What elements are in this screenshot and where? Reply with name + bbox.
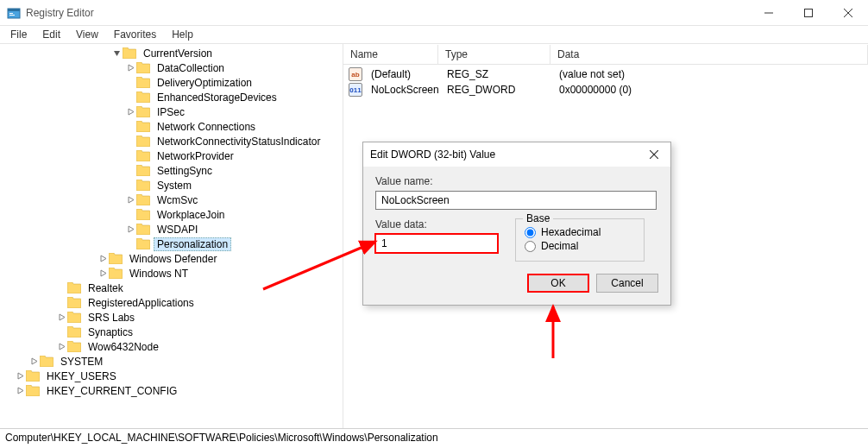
tree-item-label: System xyxy=(154,179,195,192)
tree-item-label: IPSec xyxy=(154,105,188,119)
tree-item[interactable]: SettingSync xyxy=(0,163,343,178)
tree-item[interactable]: Windows Defender xyxy=(0,251,343,266)
edit-dword-dialog: Edit DWORD (32-bit) Value Value name: Va… xyxy=(362,142,671,306)
value-data-field[interactable] xyxy=(375,234,498,253)
minimize-button[interactable] xyxy=(749,0,789,26)
tree-item[interactable]: IPSec xyxy=(0,104,343,119)
col-header-name[interactable]: Name xyxy=(343,45,438,64)
list-row[interactable]: 011NoLockScreenREG_DWORD0x00000000 (0) xyxy=(343,82,868,98)
base-group: Base Hexadecimal Decimal xyxy=(515,218,645,262)
tree-item[interactable]: SYSTEM xyxy=(0,354,343,369)
tree-item-label: WcmSvc xyxy=(154,193,201,207)
tree-item[interactable]: Realtek xyxy=(0,281,343,295)
tree-item[interactable]: System xyxy=(0,178,343,192)
tree-item[interactable]: WcmSvc xyxy=(0,192,343,207)
radio-dec[interactable]: Decimal xyxy=(525,240,635,252)
collapse-icon[interactable] xyxy=(124,107,136,117)
cell-name: (Default) xyxy=(364,67,440,81)
cancel-button[interactable]: Cancel xyxy=(596,274,658,293)
col-header-data[interactable]: Data xyxy=(550,45,868,64)
menu-view[interactable]: View xyxy=(69,27,105,42)
radio-dec-input[interactable] xyxy=(525,241,536,252)
folder-icon xyxy=(136,194,150,205)
collapse-icon[interactable] xyxy=(97,268,109,279)
folder-icon xyxy=(26,370,40,382)
dialog-title-text: Edit DWORD (32-bit) Value xyxy=(370,148,645,161)
menubar: File Edit View Favorites Help xyxy=(0,26,868,43)
col-header-type[interactable]: Type xyxy=(438,45,550,64)
folder-icon xyxy=(67,326,81,338)
window-title: Registry Editor xyxy=(26,7,749,19)
tree-item[interactable]: RegisteredApplications xyxy=(0,295,343,310)
folder-icon xyxy=(109,253,123,264)
tree-item[interactable]: DataCollection xyxy=(0,60,343,75)
cell-type: REG_DWORD xyxy=(440,83,552,97)
folder-icon xyxy=(123,47,136,59)
statusbar: Computer\HKEY_LOCAL_MACHINE\SOFTWARE\Pol… xyxy=(0,428,868,447)
menu-favorites[interactable]: Favorites xyxy=(107,27,163,42)
tree-item-label: WSDAPI xyxy=(154,223,201,237)
folder-icon xyxy=(136,136,150,147)
collapse-icon[interactable] xyxy=(124,224,136,235)
tree-pane[interactable]: CurrentVersionDataCollection DeliveryOpt… xyxy=(0,44,343,428)
radio-hex-input[interactable] xyxy=(525,227,536,238)
tree-item[interactable]: Windows NT xyxy=(0,266,343,281)
close-button[interactable] xyxy=(828,0,868,26)
collapse-icon[interactable] xyxy=(124,195,136,205)
titlebar: Registry Editor xyxy=(0,0,868,26)
folder-icon xyxy=(136,165,150,176)
tree-item[interactable]: EnhancedStorageDevices xyxy=(0,90,343,104)
tree-item[interactable]: DeliveryOptimization xyxy=(0,75,343,90)
folder-icon xyxy=(136,150,150,161)
tree-item-label: Network Connections xyxy=(154,120,259,134)
svg-rect-5 xyxy=(805,9,813,16)
tree-item[interactable]: Wow6432Node xyxy=(0,339,343,354)
maximize-button[interactable] xyxy=(789,0,828,26)
tree-item[interactable]: Network Connections xyxy=(0,119,343,134)
tree-item[interactable]: SRS Labs xyxy=(0,310,343,325)
tree-item[interactable]: HKEY_USERS xyxy=(0,369,343,383)
dword-value-icon: 011 xyxy=(349,83,362,97)
tree-item-label: DeliveryOptimization xyxy=(154,76,255,90)
collapse-icon[interactable] xyxy=(55,312,67,323)
folder-icon xyxy=(109,268,123,279)
app-icon xyxy=(7,6,21,20)
ok-button[interactable]: OK xyxy=(527,274,589,293)
tree-item-label: CurrentVersion xyxy=(140,47,216,60)
collapse-icon[interactable] xyxy=(28,357,40,367)
tree-item-label: RegisteredApplications xyxy=(85,296,198,310)
string-value-icon: ab xyxy=(349,67,362,81)
tree-item-label: SYSTEM xyxy=(57,355,106,369)
collapse-icon[interactable] xyxy=(124,63,136,73)
tree-item-label: SRS Labs xyxy=(85,311,138,325)
collapse-icon[interactable] xyxy=(14,371,26,382)
radio-hex[interactable]: Hexadecimal xyxy=(525,226,635,238)
dialog-close-button[interactable] xyxy=(645,146,664,163)
tree-item[interactable]: Synaptics xyxy=(0,325,343,339)
dialog-titlebar[interactable]: Edit DWORD (32-bit) Value xyxy=(363,142,670,167)
folder-icon xyxy=(67,312,81,323)
cell-data: 0x00000000 (0) xyxy=(552,83,868,97)
tree-item[interactable]: HKEY_CURRENT_CONFIG xyxy=(0,383,343,398)
base-group-label: Base xyxy=(523,212,553,224)
expand-icon[interactable] xyxy=(110,48,123,59)
tree-item[interactable]: NetworkProvider xyxy=(0,148,343,163)
tree-item-label: Windows NT xyxy=(126,267,192,281)
value-name-field[interactable] xyxy=(375,191,657,210)
collapse-icon[interactable] xyxy=(97,254,109,264)
tree-item[interactable]: Personalization xyxy=(0,237,343,251)
radio-dec-label: Decimal xyxy=(541,240,578,252)
tree-item[interactable]: WSDAPI xyxy=(0,222,343,237)
menu-edit[interactable]: Edit xyxy=(35,27,67,42)
menu-help[interactable]: Help xyxy=(165,27,200,42)
collapse-icon[interactable] xyxy=(14,386,26,396)
list-row[interactable]: ab(Default)REG_SZ(value not set) xyxy=(343,66,868,82)
svg-rect-3 xyxy=(9,15,15,16)
collapse-icon[interactable] xyxy=(55,342,67,352)
menu-file[interactable]: File xyxy=(3,27,34,42)
tree-item[interactable]: NetworkConnectivityStatusIndicator xyxy=(0,134,343,148)
tree-item[interactable]: WorkplaceJoin xyxy=(0,207,343,222)
tree-item[interactable]: CurrentVersion xyxy=(0,46,343,60)
cell-name: NoLockScreen xyxy=(364,83,440,97)
folder-icon xyxy=(136,106,150,117)
